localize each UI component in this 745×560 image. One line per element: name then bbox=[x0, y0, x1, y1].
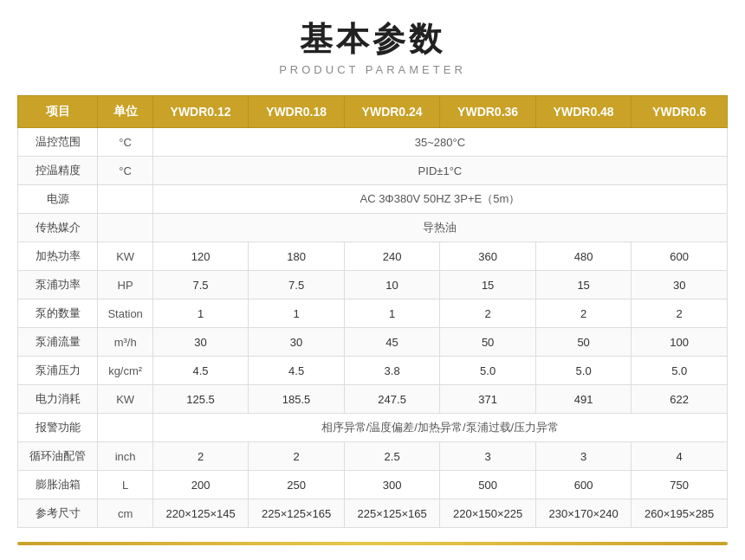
table-row: 电源AC 3Φ380V 50HZ 3P+E（5m） bbox=[18, 185, 728, 214]
row-val-8-2: 3.8 bbox=[344, 357, 440, 385]
row-val-6-0: 1 bbox=[152, 299, 249, 328]
row-val-4-5: 600 bbox=[632, 242, 728, 271]
row-label-11: 循环油配管 bbox=[18, 442, 98, 471]
row-val-4-2: 240 bbox=[344, 242, 440, 271]
row-val-9-1: 185.5 bbox=[249, 385, 345, 414]
row-val-7-1: 30 bbox=[249, 328, 345, 357]
row-unit-11: inch bbox=[98, 442, 152, 471]
row-val-12-4: 600 bbox=[535, 471, 632, 499]
row-label-3: 传热媒介 bbox=[18, 214, 98, 242]
row-val-11-0: 2 bbox=[152, 442, 249, 471]
row-val-13-0: 220×125×145 bbox=[152, 499, 249, 528]
table-row: 加热功率KW120180240360480600 bbox=[18, 242, 728, 271]
row-label-6: 泵的数量 bbox=[18, 299, 98, 328]
row-unit-9: KW bbox=[98, 385, 152, 414]
row-colspan-0: 35~280°C bbox=[152, 128, 727, 157]
row-val-8-1: 4.5 bbox=[249, 357, 345, 385]
row-unit-12: L bbox=[98, 471, 152, 499]
table-row: 泵的数量Station111222 bbox=[18, 299, 728, 328]
table-wrapper: 项目单位YWDR0.12YWDR0.18YWDR0.24YWDR0.36YWDR… bbox=[17, 95, 728, 528]
row-val-13-5: 260×195×285 bbox=[632, 499, 728, 528]
row-val-12-2: 300 bbox=[344, 471, 440, 499]
row-val-4-0: 120 bbox=[152, 242, 249, 271]
row-label-8: 泵浦压力 bbox=[18, 357, 98, 385]
row-unit-2 bbox=[98, 185, 152, 214]
row-colspan-3: 导热油 bbox=[152, 214, 727, 242]
row-val-8-5: 5.0 bbox=[632, 357, 728, 385]
parameter-table: 项目单位YWDR0.12YWDR0.18YWDR0.24YWDR0.36YWDR… bbox=[17, 95, 728, 528]
row-unit-6: Station bbox=[98, 299, 152, 328]
row-val-8-0: 4.5 bbox=[152, 357, 249, 385]
table-row: 电力消耗KW125.5185.5247.5371491622 bbox=[18, 385, 728, 414]
row-val-7-2: 45 bbox=[344, 328, 440, 357]
row-colspan-10: 相序异常/温度偏差/加热异常/泵浦过载/压力异常 bbox=[152, 414, 727, 442]
row-label-0: 温控范围 bbox=[18, 128, 98, 157]
row-label-7: 泵浦流量 bbox=[18, 328, 98, 357]
header-cell-4: YWDR0.24 bbox=[344, 96, 440, 128]
row-label-10: 报警功能 bbox=[18, 414, 98, 442]
table-row: 控温精度°CPID±1°C bbox=[18, 157, 728, 185]
row-unit-13: cm bbox=[98, 499, 152, 528]
table-row: 温控范围°C35~280°C bbox=[18, 128, 728, 157]
row-val-9-5: 622 bbox=[632, 385, 728, 414]
sub-title: PRODUCT PARAMETER bbox=[279, 63, 466, 76]
row-val-11-3: 3 bbox=[440, 442, 536, 471]
table-body: 温控范围°C35~280°C控温精度°CPID±1°C电源AC 3Φ380V 5… bbox=[18, 128, 728, 528]
row-colspan-1: PID±1°C bbox=[152, 157, 727, 185]
main-title: 基本参数 bbox=[279, 17, 466, 61]
table-row: 传热媒介导热油 bbox=[18, 214, 728, 242]
table-row: 泵浦功率HP7.57.510151530 bbox=[18, 271, 728, 299]
table-row: 参考尺寸cm220×125×145225×125×165225×125×1652… bbox=[18, 499, 728, 528]
row-val-12-0: 200 bbox=[152, 471, 249, 499]
row-unit-4: KW bbox=[98, 242, 152, 271]
row-val-7-3: 50 bbox=[440, 328, 536, 357]
row-val-11-1: 2 bbox=[249, 442, 345, 471]
row-val-6-3: 2 bbox=[440, 299, 536, 328]
row-val-7-5: 100 bbox=[632, 328, 728, 357]
row-val-13-2: 225×125×165 bbox=[344, 499, 440, 528]
row-val-13-4: 230×170×240 bbox=[535, 499, 632, 528]
row-val-6-5: 2 bbox=[632, 299, 728, 328]
row-val-12-1: 250 bbox=[249, 471, 345, 499]
row-val-8-4: 5.0 bbox=[535, 357, 632, 385]
row-val-7-4: 50 bbox=[535, 328, 632, 357]
table-row: 报警功能相序异常/温度偏差/加热异常/泵浦过载/压力异常 bbox=[18, 414, 728, 442]
row-val-4-4: 480 bbox=[535, 242, 632, 271]
row-label-5: 泵浦功率 bbox=[18, 271, 98, 299]
header-cell-1: 单位 bbox=[98, 96, 152, 128]
row-label-2: 电源 bbox=[18, 185, 98, 214]
row-val-13-1: 225×125×165 bbox=[249, 499, 345, 528]
row-val-13-3: 220×150×225 bbox=[440, 499, 536, 528]
row-val-5-5: 30 bbox=[632, 271, 728, 299]
row-colspan-2: AC 3Φ380V 50HZ 3P+E（5m） bbox=[152, 185, 727, 214]
header-cell-3: YWDR0.18 bbox=[249, 96, 345, 128]
row-label-12: 膨胀油箱 bbox=[18, 471, 98, 499]
row-val-9-4: 491 bbox=[535, 385, 632, 414]
row-val-5-4: 15 bbox=[535, 271, 632, 299]
row-val-11-4: 3 bbox=[535, 442, 632, 471]
row-label-1: 控温精度 bbox=[18, 157, 98, 185]
row-label-4: 加热功率 bbox=[18, 242, 98, 271]
row-val-5-3: 15 bbox=[440, 271, 536, 299]
row-val-6-2: 1 bbox=[344, 299, 440, 328]
row-unit-7: m³/h bbox=[98, 328, 152, 357]
title-section: 基本参数 PRODUCT PARAMETER bbox=[279, 17, 466, 76]
row-val-4-1: 180 bbox=[249, 242, 345, 271]
table-row: 泵浦流量m³/h3030455050100 bbox=[18, 328, 728, 357]
table-row: 循环油配管inch222.5334 bbox=[18, 442, 728, 471]
row-val-7-0: 30 bbox=[152, 328, 249, 357]
row-val-11-2: 2.5 bbox=[344, 442, 440, 471]
header-cell-2: YWDR0.12 bbox=[152, 96, 249, 128]
row-val-5-1: 7.5 bbox=[249, 271, 345, 299]
row-val-8-3: 5.0 bbox=[440, 357, 536, 385]
row-val-12-5: 750 bbox=[632, 471, 728, 499]
row-unit-5: HP bbox=[98, 271, 152, 299]
bottom-line bbox=[17, 542, 728, 545]
row-unit-8: kg/cm² bbox=[98, 357, 152, 385]
row-label-9: 电力消耗 bbox=[18, 385, 98, 414]
row-val-9-0: 125.5 bbox=[152, 385, 249, 414]
table-row: 膨胀油箱L200250300500600750 bbox=[18, 471, 728, 499]
table-row: 泵浦压力kg/cm²4.54.53.85.05.05.0 bbox=[18, 357, 728, 385]
header-cell-6: YWDR0.48 bbox=[535, 96, 632, 128]
row-val-9-2: 247.5 bbox=[344, 385, 440, 414]
